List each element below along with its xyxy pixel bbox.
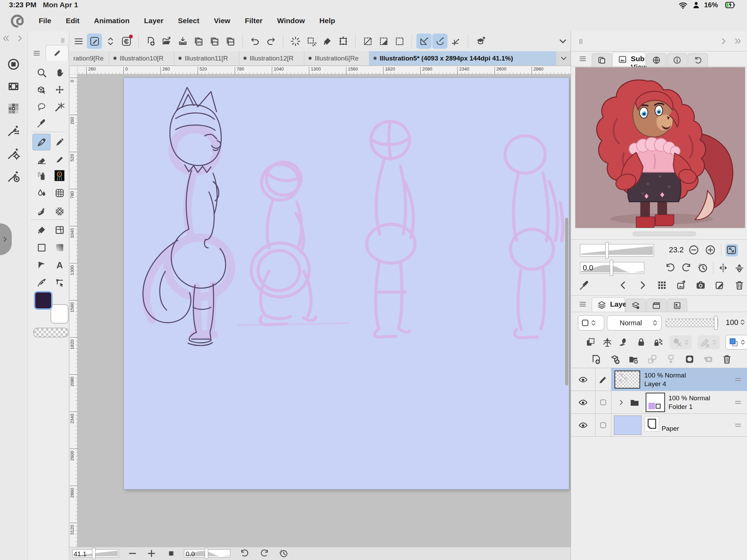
tab-history[interactable] bbox=[688, 53, 708, 66]
tab-list-dropdown[interactable] bbox=[556, 51, 571, 65]
tool-smudge[interactable] bbox=[33, 203, 50, 220]
tool-pen[interactable] bbox=[33, 134, 50, 150]
tool-selection-pen[interactable] bbox=[33, 256, 50, 273]
open-clip-studio-button[interactable] bbox=[119, 34, 134, 49]
tool-fill[interactable] bbox=[33, 222, 50, 238]
menu-item-edit[interactable]: Edit bbox=[66, 17, 80, 25]
clear-button[interactable] bbox=[360, 34, 375, 49]
tutorial-button[interactable] bbox=[473, 34, 488, 49]
subview-zoom-slider-handle[interactable] bbox=[605, 242, 609, 259]
subview-fit-button[interactable] bbox=[726, 244, 738, 256]
tab-information[interactable] bbox=[667, 53, 687, 66]
tab-layer-property[interactable] bbox=[626, 299, 646, 312]
subview-flip-vertical-button[interactable] bbox=[734, 262, 746, 274]
enable-ruler-dropdown[interactable] bbox=[698, 335, 720, 349]
clip-studio-logo-icon[interactable] bbox=[10, 13, 25, 28]
tool-figure[interactable] bbox=[33, 239, 50, 256]
layer-visibility-toggle[interactable] bbox=[578, 397, 588, 408]
tool-move-view[interactable] bbox=[50, 64, 68, 81]
menu-item-animation[interactable]: Animation bbox=[94, 17, 130, 25]
new-layer-folder-button[interactable] bbox=[628, 353, 639, 365]
export-png-button[interactable]: png bbox=[207, 34, 222, 49]
palette-grip-icon[interactable] bbox=[59, 35, 66, 46]
subview-previous-image-button[interactable] bbox=[617, 279, 630, 292]
create-layer-mask-button[interactable] bbox=[684, 353, 695, 365]
menu-item-file[interactable]: File bbox=[39, 17, 51, 25]
tool-eyedropper[interactable] bbox=[33, 115, 50, 131]
tab-layer[interactable]: Layer bbox=[592, 297, 625, 312]
lock-transparent-pixels-toggle[interactable] bbox=[653, 337, 664, 348]
tool-property-panel-button[interactable] bbox=[7, 147, 21, 161]
subview-image-scrollbar[interactable] bbox=[633, 232, 696, 236]
layer-color-dropdown[interactable] bbox=[726, 335, 747, 349]
tool-move-layer[interactable] bbox=[50, 81, 68, 98]
layer-row-folder-1[interactable]: 100 % NormalFolder 1 bbox=[571, 391, 747, 414]
set-as-reference-layer-toggle[interactable] bbox=[602, 337, 613, 348]
subview-next-image-button[interactable] bbox=[637, 279, 649, 292]
panel-grip-icon[interactable] bbox=[577, 35, 585, 48]
export-jpg-button[interactable]: jpg bbox=[191, 34, 206, 49]
material-panel-button[interactable] bbox=[7, 102, 21, 116]
subview-thumbnail-list-button[interactable] bbox=[656, 279, 668, 292]
undo-button[interactable] bbox=[247, 34, 262, 49]
layer-drag-handle[interactable] bbox=[734, 398, 743, 407]
menu-item-filter[interactable]: Filter bbox=[245, 17, 262, 25]
subview-rotate-right-button[interactable] bbox=[681, 262, 693, 274]
tool-auto-select[interactable] bbox=[50, 99, 68, 115]
tool-airbrush[interactable] bbox=[33, 167, 50, 184]
tool-frame-border[interactable] bbox=[50, 222, 68, 238]
blend-mode-dropdown[interactable]: Normal bbox=[607, 315, 662, 330]
snap-to-ruler-toggle[interactable] bbox=[416, 34, 432, 49]
subview-zoom-slider[interactable] bbox=[580, 244, 654, 256]
apply-mask-to-layer-button[interactable] bbox=[702, 353, 714, 365]
spinner-icon[interactable] bbox=[652, 317, 658, 328]
selection-border-button[interactable] bbox=[392, 34, 407, 49]
canvas-tab-active[interactable]: Illustration5* (4093 x 2894px 144dpi 41.… bbox=[369, 51, 556, 65]
touch-gesture-toggle[interactable] bbox=[87, 34, 102, 49]
layer-panel-menu-button[interactable] bbox=[579, 300, 587, 308]
layer-content[interactable]: Paper bbox=[611, 414, 747, 437]
tab-sub-view[interactable]: Sub View bbox=[612, 52, 646, 66]
layer-select-checkbox[interactable] bbox=[599, 398, 608, 407]
tool-curve[interactable] bbox=[33, 274, 50, 291]
reset-zoom-button[interactable] bbox=[166, 548, 177, 559]
layer-drag-handle[interactable] bbox=[734, 375, 743, 384]
canvas-tab[interactable]: Illustration12[R bbox=[239, 51, 304, 65]
rotate-view-right-button[interactable] bbox=[259, 548, 270, 559]
new-vector-layer-button[interactable] bbox=[609, 353, 621, 365]
brush-size-panel-button[interactable] bbox=[7, 169, 21, 184]
tool-liquify[interactable] bbox=[50, 185, 68, 201]
subview-menu-button[interactable] bbox=[579, 55, 587, 63]
tool-gradient[interactable] bbox=[50, 239, 68, 256]
reset-view-rotation-button[interactable] bbox=[278, 548, 289, 559]
snap-to-grid-toggle[interactable] bbox=[448, 34, 463, 49]
enable-mask-dropdown[interactable] bbox=[670, 335, 692, 349]
folder-thumbnail[interactable] bbox=[646, 393, 665, 412]
tool-pencil[interactable] bbox=[50, 151, 68, 168]
tool-eraser[interactable] bbox=[33, 151, 50, 168]
palette-menu-button[interactable] bbox=[33, 49, 41, 57]
tab-layer-template[interactable] bbox=[667, 299, 687, 312]
folder-expand-arrow[interactable] bbox=[617, 399, 625, 406]
canvas-paper[interactable] bbox=[124, 78, 569, 489]
menu-item-select[interactable]: Select bbox=[178, 17, 200, 25]
layer-thumbnail[interactable] bbox=[615, 371, 640, 389]
fill-button[interactable] bbox=[320, 34, 335, 49]
redo-button[interactable] bbox=[263, 34, 278, 49]
export-psd-button[interactable]: psd bbox=[223, 34, 238, 49]
layer-drag-handle[interactable] bbox=[734, 421, 743, 430]
subview-reference-image[interactable] bbox=[575, 67, 745, 228]
timeline-panel-button[interactable] bbox=[7, 80, 21, 94]
tool-pattern-brush[interactable] bbox=[50, 203, 68, 220]
menu-item-view[interactable]: View bbox=[214, 17, 230, 25]
subview-flip-horizontal-button[interactable] bbox=[717, 262, 730, 274]
subview-delete-button[interactable] bbox=[734, 279, 746, 292]
tool-decoration[interactable] bbox=[50, 167, 68, 184]
sub-color-swatch[interactable] bbox=[50, 304, 68, 324]
canvas-tab[interactable]: Illustration11[R bbox=[174, 51, 239, 65]
menu-item-layer[interactable]: Layer bbox=[144, 17, 164, 25]
layer-row-paper[interactable]: Paper bbox=[571, 414, 747, 437]
collapse-dock-icon[interactable] bbox=[1, 34, 10, 43]
tool-anchor-select[interactable] bbox=[50, 274, 68, 291]
layer-visibility-toggle[interactable] bbox=[578, 374, 588, 385]
